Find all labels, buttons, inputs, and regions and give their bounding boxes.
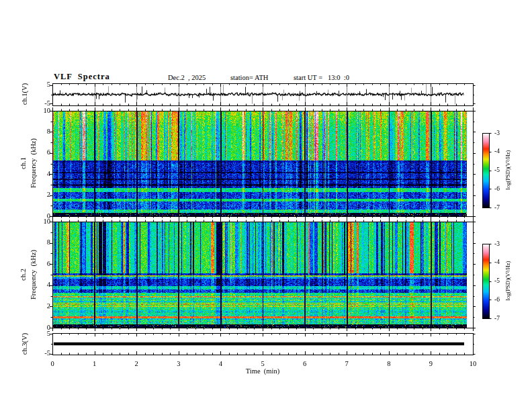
colorbar1-label: log(PSD)(V²/Hz): [505, 150, 511, 190]
colorbar-tick-label: -5: [494, 278, 500, 285]
x-tick-label: 0: [50, 361, 54, 368]
x-tick-label: 3: [177, 361, 180, 368]
y-tick-label: 10: [31, 107, 50, 115]
x-tick-label: 10: [470, 361, 477, 368]
ch2-spectrogram-canvas: [52, 222, 473, 328]
y-tick-label: -5: [31, 350, 50, 357]
x-tick-label: 8: [387, 361, 390, 368]
y-tick-label: 8: [31, 239, 50, 246]
colorbar-tick-label: -6: [494, 297, 500, 304]
colorbar-tick-label: -7: [494, 316, 500, 322]
colorbar-tick-label: -4: [494, 259, 500, 266]
figure-start-ut: start UT = 13:0 :0: [294, 75, 349, 82]
vlf-spectra-figure: VLF Spectra Dec.2 , 2025 station= ATH st…: [0, 0, 532, 411]
spec2-channel-label: ch.2: [20, 269, 28, 281]
figure-date: Dec.2 , 2025: [168, 75, 206, 82]
x-tick-label: 2: [135, 361, 138, 368]
ch1-voltage-axis-label: ch.1(V): [21, 83, 29, 105]
spec2-frequency-axis-label: Frequency (kHz): [30, 250, 38, 300]
y-tick-label: 4: [31, 171, 50, 178]
time-axis-label: Time (min): [246, 368, 279, 375]
y-tick-label: 4: [31, 281, 50, 289]
colorbar-tick-label: -4: [494, 148, 500, 155]
colorbar-tick-label: -5: [494, 167, 500, 174]
x-tick-label: 7: [345, 361, 349, 368]
y-tick-label: 6: [31, 149, 50, 156]
figure-title: VLF Spectra: [54, 73, 110, 81]
y-tick-label: 8: [31, 128, 50, 136]
colorbar2-label: log(PSD)(V²/Hz): [505, 261, 511, 301]
figure-station: station= ATH: [230, 75, 268, 82]
y-tick-label: 10: [31, 218, 50, 226]
x-tick-label: 5: [261, 361, 264, 368]
x-tick-label: 4: [219, 361, 222, 368]
colorbar-tick-label: -6: [494, 186, 500, 193]
colorbar-tick-label: -3: [494, 241, 500, 248]
y-tick-label: 2: [31, 303, 50, 310]
ch3-voltage-axis-label: ch.3(V): [21, 333, 29, 355]
y-tick-label: 6: [31, 261, 50, 268]
x-tick-label: 9: [429, 361, 433, 368]
ch3-waveform-canvas: [52, 333, 473, 355]
y-tick-label: 5: [31, 330, 50, 338]
spec1-channel-label: ch.1: [20, 157, 28, 169]
y-tick-label: -5: [31, 100, 50, 107]
ch1-spectrogram-canvas: [52, 111, 473, 216]
colorbar-tick-label: -3: [494, 130, 500, 137]
x-tick-label: 1: [93, 361, 96, 368]
colorbar-tick-label: -7: [494, 205, 500, 212]
spec1-frequency-axis-label: Frequency (kHz): [30, 138, 38, 188]
y-tick-label: 2: [31, 191, 50, 199]
y-tick-label: 5: [31, 81, 50, 89]
x-tick-label: 6: [303, 361, 306, 368]
ch1-waveform-canvas: [52, 83, 473, 105]
